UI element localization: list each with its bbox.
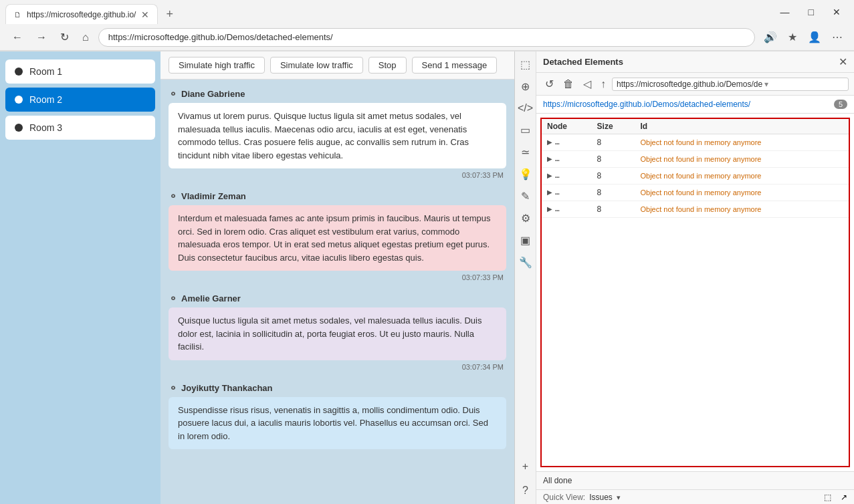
message-text-4: Suspendisse risus risus, venenatis in sa…: [178, 405, 488, 441]
devtools-full-url: https://microsoftedge.github.io/Demos/de…: [543, 100, 750, 109]
close-button[interactable]: ✕: [825, 4, 849, 20]
expand-arrow-3[interactable]: ▶: [547, 188, 552, 196]
table-cell-node-2: ▶ …: [542, 168, 592, 183]
message-author-1: ⚬ Diane Gabriene: [169, 88, 506, 100]
chat-area: Simulate high traffic Simulate low traff…: [161, 51, 514, 504]
devtools-inspect-icon[interactable]: ⊕: [518, 76, 532, 97]
devtools-url-text: https://microsoftedge.github.io/Demos/de: [617, 80, 762, 89]
expand-arrow-0[interactable]: ▶: [547, 138, 552, 146]
table-cell-size-1: 8: [592, 151, 635, 168]
home-button[interactable]: ⌂: [78, 29, 93, 46]
devtools-close-button[interactable]: ✕: [839, 55, 847, 68]
devtools-delete-button[interactable]: 🗑: [560, 76, 577, 92]
devtools-help-icon[interactable]: ?: [520, 481, 531, 501]
devtools-status: All done: [543, 476, 572, 485]
quick-view-dropdown-icon[interactable]: ▾: [617, 493, 621, 502]
devtools-up-button[interactable]: ↑: [597, 76, 609, 92]
devtools-brush-icon[interactable]: ✎: [518, 186, 532, 207]
devtools-toolbar: ↺ 🗑 ◁ ↑ https://microsoftedge.github.io/…: [536, 73, 854, 96]
devtools-tools-icon[interactable]: 🔧: [516, 252, 535, 273]
devtools-count-badge: 5: [834, 100, 847, 109]
back-button[interactable]: ←: [8, 29, 27, 46]
quick-view-row: Quick View: Issues ▾ ⬚ ↗: [536, 489, 854, 504]
refresh-button[interactable]: ↻: [56, 28, 73, 46]
node-text-0: …: [555, 138, 560, 146]
devtools-screen-icon[interactable]: ⬚: [518, 54, 533, 75]
quick-view-value: Issues: [589, 493, 613, 502]
table-cell-id-2: Object not found in memory anymore: [635, 168, 849, 184]
simulate-high-traffic-button[interactable]: Simulate high traffic: [169, 57, 265, 74]
message-block-3: ⚬ Amelie Garner Quisque luctus ligula si…: [169, 292, 506, 371]
table-cell-node-4: ▶ …: [542, 201, 592, 217]
table-cell-size-0: 8: [592, 134, 635, 151]
devtools-elements-icon[interactable]: </>: [515, 98, 536, 118]
table-row[interactable]: ▶ … 8 Object not found in memory anymore: [542, 151, 849, 168]
simulate-low-traffic-button[interactable]: Simulate low traffic: [270, 57, 363, 74]
table-header-row: Node Size Id: [542, 119, 849, 134]
devtools-refresh-button[interactable]: ↺: [542, 76, 557, 92]
table-row[interactable]: ▶ … 8 Object not found in memory anymore: [542, 184, 849, 201]
message-time-2: 03:07:33 PM: [169, 273, 506, 281]
favorites-button[interactable]: ★: [784, 29, 800, 45]
expand-arrow-1[interactable]: ▶: [547, 155, 552, 162]
devtools-footer: All done: [536, 471, 854, 489]
devtools-url-row: https://microsoftedge.github.io/Demos/de…: [536, 96, 854, 114]
quick-view-expand-icon[interactable]: ⬚: [824, 493, 831, 502]
address-bar-icons: 🔊 ★ 👤 ⋯: [760, 29, 846, 45]
address-input[interactable]: [98, 28, 755, 47]
main-layout: Room 1 Room 2 Room 3 Simulate high traff…: [0, 51, 854, 504]
message-text-2: Interdum et malesuada fames ac ante ipsu…: [178, 213, 491, 263]
col-header-id: Id: [635, 119, 849, 134]
table-row[interactable]: ▶ … 8 Object not found in memory anymore: [542, 201, 849, 218]
quick-view-popout-icon[interactable]: ↗: [841, 493, 847, 502]
message-block-4: ⚬ Joyikutty Thankachan Suspendisse risus…: [169, 382, 506, 450]
devtools-back-button[interactable]: ◁: [580, 76, 595, 92]
minimize-button[interactable]: —: [772, 4, 798, 20]
active-tab[interactable]: 🗋 https://microsoftedge.github.io/ ✕: [5, 4, 158, 24]
room-item-1[interactable]: Room 1: [5, 59, 155, 84]
table-cell-id-4: Object not found in memory anymore: [635, 201, 849, 218]
room-dot-3: [15, 124, 23, 132]
message-bubble-3: Quisque luctus ligula sit amet metus sod…: [169, 307, 506, 360]
devtools-url-dropdown[interactable]: ▾: [764, 80, 768, 89]
message-author-3: ⚬ Amelie Garner: [169, 292, 506, 305]
message-time-1: 03:07:33 PM: [169, 171, 506, 179]
devtools-wifi-icon[interactable]: ≃: [518, 142, 532, 162]
room-label-2: Room 2: [29, 94, 62, 105]
table-row[interactable]: ▶ … 8 Object not found in memory anymore: [542, 134, 849, 151]
room-item-2[interactable]: Room 2: [5, 88, 155, 112]
devtools-gear-icon[interactable]: ⚙: [518, 208, 533, 229]
devtools-device-icon[interactable]: ▭: [518, 120, 533, 140]
table-cell-id-0: Object not found in memory anymore: [635, 134, 849, 151]
message-time-3: 03:07:34 PM: [169, 363, 506, 371]
devtools-bulb-icon[interactable]: 💡: [516, 164, 535, 184]
table-row[interactable]: ▶ … 8 Object not found in memory anymore: [542, 168, 849, 184]
devtools-url-box: https://microsoftedge.github.io/Demos/de…: [612, 78, 849, 91]
maximize-button[interactable]: □: [800, 4, 822, 20]
table-cell-size-4: 8: [592, 201, 635, 218]
author-name-4: Joyikutty Thankachan: [181, 383, 273, 393]
devtools-add-icon[interactable]: +: [520, 457, 531, 477]
send-message-button[interactable]: Send 1 message: [412, 57, 498, 74]
message-bubble-2: Interdum et malesuada fames ac ante ipsu…: [169, 205, 506, 271]
room-label-3: Room 3: [29, 122, 62, 133]
settings-button[interactable]: ⋯: [829, 29, 846, 45]
expand-arrow-2[interactable]: ▶: [547, 172, 552, 179]
col-header-node: Node: [542, 119, 592, 134]
message-author-2: ⚬ Vladimir Zeman: [169, 190, 506, 203]
table-cell-node-3: ▶ …: [542, 184, 592, 200]
devtools-layers-icon[interactable]: ▣: [518, 230, 533, 251]
tab-page-icon: 🗋: [14, 11, 21, 19]
forward-button[interactable]: →: [32, 29, 51, 46]
devtools-main: Detached Elements ✕ ↺ 🗑 ◁ ↑ https://micr…: [536, 51, 854, 504]
stop-button[interactable]: Stop: [368, 57, 407, 74]
quick-view-label: Quick View:: [543, 493, 585, 502]
tab-title: https://microsoftedge.github.io/: [27, 10, 136, 19]
tab-close-button[interactable]: ✕: [141, 9, 149, 20]
new-tab-button[interactable]: +: [161, 5, 179, 24]
read-aloud-button[interactable]: 🔊: [760, 29, 780, 45]
expand-arrow-4[interactable]: ▶: [547, 205, 552, 213]
room-item-3[interactable]: Room 3: [5, 116, 155, 140]
profile-button[interactable]: 👤: [805, 29, 825, 45]
node-text-2: …: [555, 171, 560, 180]
